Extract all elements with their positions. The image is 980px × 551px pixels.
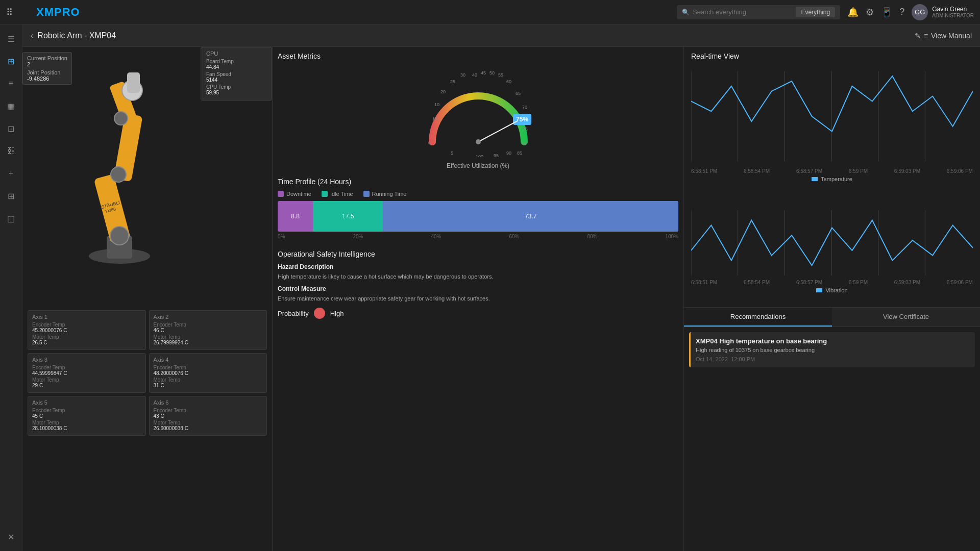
svg-text:15: 15 [432, 116, 437, 121]
vibration-legend: Vibration [691, 287, 973, 293]
topnav: ⠿ XMPRO 🔍 Everything 🔔 ⚙ 📱 ? GG Gavin Gr… [0, 0, 980, 24]
time-profile-legend: Downtime Idle Time Running Time [278, 191, 678, 197]
svg-text:20: 20 [440, 89, 446, 94]
svg-text:45: 45 [481, 70, 486, 76]
legend-running: Running Time [363, 191, 407, 197]
svg-text:95: 95 [494, 153, 499, 157]
sidebar-item-home[interactable]: ⊞ [2, 52, 20, 70]
sidebar-item-list[interactable]: ≡ [2, 74, 20, 93]
view-manual-icon: ≡ [924, 32, 928, 40]
svg-text:65: 65 [516, 91, 521, 96]
osi-control-text: Ensure maintenance crew wear appropriate… [278, 294, 678, 303]
svg-text:55: 55 [498, 72, 503, 78]
right-panel: Real-time View 6:58:51 PM 6:58:54 PM [684, 47, 980, 551]
gauge-label: Effective Utilization (%) [278, 162, 678, 169]
sidebar-item-plus[interactable]: + [2, 164, 20, 183]
svg-text:50: 50 [489, 70, 495, 76]
time-profile-section: Time Profile (24 Hours) Downtime Idle Ti… [278, 178, 678, 242]
sidebar-item-menu[interactable]: ☰ [2, 30, 20, 48]
osi-title: Operational Safety Intelligence [278, 250, 678, 258]
sidebar-item-tag[interactable]: ⊡ [2, 119, 20, 138]
osi-hazard-label: Hazard Description [278, 263, 678, 270]
probability-indicator [314, 308, 325, 319]
page-title: Robotic Arm - XMP04 [37, 31, 116, 40]
cpu-temp: CPU Temp 59.95 [206, 84, 266, 95]
svg-text:90: 90 [506, 151, 511, 156]
search-input[interactable] [693, 8, 793, 16]
recommendations-section: Recommendations View Certificate XMP04 H… [684, 307, 980, 551]
content-grid: Schematic CPU Board Temp 44.84 Fan Speed… [22, 47, 980, 551]
vibration-xaxis: 6:58:51 PM 6:58:54 PM 6:58:57 PM 6:59 PM… [691, 280, 973, 285]
bar-running: 73.7 [383, 201, 678, 232]
main-content: ‹ Robotic Arm - XMP04 ✎ ≡ View Manual Sc… [22, 24, 980, 551]
svg-line-24 [478, 121, 517, 142]
everything-button[interactable]: Everything [796, 7, 835, 17]
back-button[interactable]: ‹ [31, 31, 33, 40]
temperature-legend-color [812, 177, 818, 181]
svg-text:10: 10 [434, 102, 439, 107]
vibration-chart-section: 6:58:51 PM 6:58:54 PM 6:58:57 PM 6:59 PM… [684, 205, 980, 307]
svg-text:75%: 75% [516, 116, 528, 123]
svg-text:0: 0 [428, 140, 431, 145]
sidebar-item-grid[interactable]: ▦ [2, 97, 20, 115]
vibration-chart [691, 207, 973, 279]
sidebar-item-table[interactable]: ⊞ [2, 187, 20, 205]
rec-card-title: XMP04 High temperature on base bearing [696, 337, 970, 345]
temperature-xaxis: 6:58:51 PM 6:58:54 PM 6:58:57 PM 6:59 PM… [691, 168, 973, 174]
svg-point-25 [476, 139, 481, 144]
avatar: GG [912, 4, 928, 20]
axes-grid: Axis 1 Encoder Temp45.20000076 C Motor T… [28, 310, 267, 436]
mid-panel: Asset Metrics [273, 47, 684, 551]
menu-hamburger-icon[interactable]: ⠿ [6, 7, 13, 18]
svg-text:25: 25 [450, 79, 455, 84]
rec-tabs: Recommendations View Certificate [684, 308, 980, 327]
rec-card-subtitle: High reading of 10375 on base gearbox be… [696, 347, 970, 353]
time-profile-title: Time Profile (24 Hours) [278, 178, 678, 186]
svg-text:85: 85 [517, 151, 522, 156]
gauge-container: 0 10 25 40 45 50 55 60 65 70 75% [278, 65, 678, 157]
legend-idle: Idle Time [322, 191, 353, 197]
sidebar-item-chart[interactable]: ◫ [2, 209, 20, 228]
search-icon: 🔍 [682, 9, 690, 16]
probability-value: High [330, 310, 344, 317]
tab-view-certificate[interactable]: View Certificate [832, 308, 980, 327]
svg-text:60: 60 [506, 79, 511, 84]
svg-point-7 [110, 227, 129, 245]
svg-text:100: 100 [476, 154, 483, 157]
device-icon[interactable]: 📱 [881, 7, 892, 18]
view-manual-button[interactable]: ✎ ≡ View Manual [915, 32, 972, 40]
rec-content: XMP04 High temperature on base bearing H… [684, 327, 980, 551]
realtime-title: Real-time View [691, 52, 973, 60]
svg-text:30: 30 [460, 72, 465, 78]
tab-recommendations[interactable]: Recommendations [684, 308, 832, 327]
app-logo: XMPRO [36, 6, 80, 19]
view-manual-label: View Manual [931, 32, 972, 40]
osi-control-label: Control Measure [278, 285, 678, 292]
svg-rect-6 [127, 72, 140, 93]
bar-downtime: 8.8 [278, 201, 313, 232]
axis-3-box: Axis 3 Encoder Temp44.59999847 C Motor T… [28, 353, 146, 393]
svg-text:75: 75 [523, 127, 528, 132]
user-info: GG Gavin Green ADMINISTRATOR [912, 4, 974, 20]
edit-icon: ✎ [915, 32, 921, 40]
osi-hazard-text: High temperature is likey to cause a hot… [278, 272, 678, 281]
vibration-legend-color [816, 288, 822, 292]
bar-idle: 17.5 [313, 201, 383, 232]
cpu-title: CPU [206, 51, 266, 57]
sidebar-item-link[interactable]: ⛓ [2, 142, 20, 160]
axis-6-box: Axis 6 Encoder Temp43 C Motor Temp26.600… [149, 396, 267, 436]
settings-icon[interactable]: ⚙ [866, 7, 874, 18]
topnav-right: 🔍 Everything 🔔 ⚙ 📱 ? GG Gavin Green ADMI… [677, 4, 974, 20]
axis-1-box: Axis 1 Encoder Temp45.20000076 C Motor T… [28, 310, 146, 350]
svg-point-9 [114, 112, 128, 125]
user-name: Gavin Green [932, 6, 974, 13]
help-icon[interactable]: ? [899, 7, 904, 17]
time-profile-chart: 8.8 17.5 73.7 0% 20% 40% 60% 80% 100% [278, 201, 678, 242]
cpu-board-temp: Board Temp 44.84 [206, 59, 266, 70]
probability-row: Probability High [278, 308, 678, 319]
notification-icon[interactable]: 🔔 [847, 7, 859, 18]
sidebar-item-x[interactable]: ✕ [2, 528, 20, 546]
osi-section: Operational Safety Intelligence Hazard D… [278, 250, 678, 319]
rec-card-date: Oct 14, 2022 12:00 PM [696, 356, 970, 362]
cpu-box: CPU Board Temp 44.84 Fan Speed 5144 CPU … [201, 47, 272, 101]
